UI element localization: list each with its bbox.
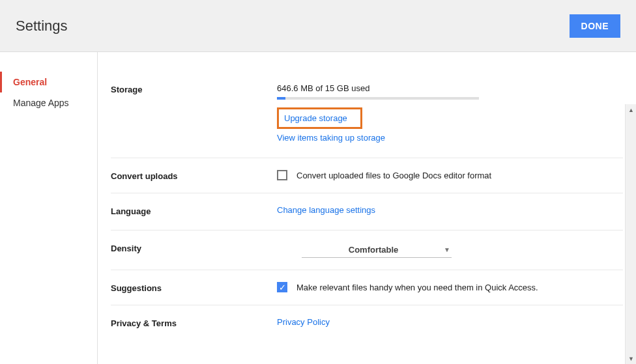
convert-checkbox[interactable] xyxy=(277,170,287,180)
page-title: Settings xyxy=(16,18,68,35)
storage-usage-text: 646.6 MB of 15 GB used xyxy=(277,83,623,93)
upgrade-storage-highlight: Upgrade storage xyxy=(277,107,362,129)
section-label-suggestions: Suggestions xyxy=(111,282,277,293)
settings-main-panel: Storage 646.6 MB of 15 GB used Upgrade s… xyxy=(98,52,636,364)
content-wrapper: General Manage Apps Storage 646.6 MB of … xyxy=(0,52,636,364)
convert-checkbox-row: Convert uploaded files to Google Docs ed… xyxy=(277,170,623,180)
section-density: Density Comfortable ▼ xyxy=(111,231,623,270)
sidebar-item-label: General xyxy=(13,77,47,87)
section-convert-uploads: Convert uploads Convert uploaded files t… xyxy=(111,158,623,193)
settings-header: Settings DONE xyxy=(0,0,636,52)
change-language-link[interactable]: Change language settings xyxy=(277,205,623,215)
section-content-language: Change language settings xyxy=(277,205,623,218)
section-content-density: Comfortable ▼ xyxy=(277,242,623,258)
vertical-scrollbar[interactable]: ▲ ▼ xyxy=(625,104,636,364)
section-storage: Storage 646.6 MB of 15 GB used Upgrade s… xyxy=(111,72,623,158)
section-content-suggestions: ✓ Make relevant files handy when you nee… xyxy=(277,282,623,293)
section-suggestions: Suggestions ✓ Make relevant files handy … xyxy=(111,270,623,305)
sidebar: General Manage Apps xyxy=(0,52,98,364)
section-label-language: Language xyxy=(111,205,277,218)
suggestions-checkbox[interactable]: ✓ xyxy=(277,282,287,292)
view-items-link[interactable]: View items taking up storage xyxy=(277,133,623,143)
sidebar-item-manage-apps[interactable]: Manage Apps xyxy=(0,92,97,113)
section-content-privacy: Privacy Policy xyxy=(277,317,623,330)
upgrade-storage-link[interactable]: Upgrade storage xyxy=(284,113,347,123)
density-selected-value: Comfortable xyxy=(303,245,444,255)
section-label-convert: Convert uploads xyxy=(111,170,277,181)
convert-checkbox-label: Convert uploaded files to Google Docs ed… xyxy=(296,171,491,180)
storage-progress-bar xyxy=(277,97,479,100)
section-label-privacy: Privacy & Terms xyxy=(111,317,277,330)
scroll-down-arrow-icon[interactable]: ▼ xyxy=(626,353,636,364)
privacy-policy-link[interactable]: Privacy Policy xyxy=(277,317,623,327)
section-label-storage: Storage xyxy=(111,83,277,146)
chevron-down-icon: ▼ xyxy=(444,246,450,253)
scroll-up-arrow-icon[interactable]: ▲ xyxy=(626,104,636,115)
storage-progress-fill xyxy=(277,97,285,100)
done-button[interactable]: DONE xyxy=(570,14,620,38)
suggestions-checkbox-row: ✓ Make relevant files handy when you nee… xyxy=(277,282,623,292)
checkmark-icon: ✓ xyxy=(279,283,286,292)
section-content-convert: Convert uploaded files to Google Docs ed… xyxy=(277,170,623,181)
density-dropdown[interactable]: Comfortable ▼ xyxy=(302,242,452,258)
section-language: Language Change language settings xyxy=(111,193,623,231)
sidebar-item-general[interactable]: General xyxy=(0,72,97,92)
section-privacy-terms: Privacy & Terms Privacy Policy xyxy=(111,305,623,342)
section-label-density: Density xyxy=(111,242,277,258)
suggestions-checkbox-label: Make relevant files handy when you need … xyxy=(296,283,538,292)
section-content-storage: 646.6 MB of 15 GB used Upgrade storage V… xyxy=(277,83,623,146)
sidebar-item-label: Manage Apps xyxy=(13,98,69,108)
